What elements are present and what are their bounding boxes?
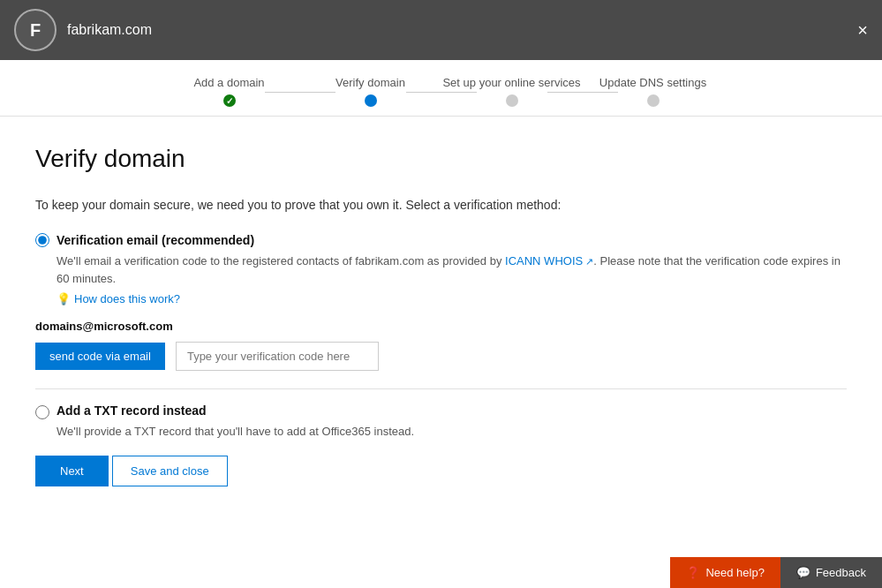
- footer-buttons: Next Save and close: [35, 456, 847, 486]
- step-verify-domain: Verify domain: [300, 76, 441, 107]
- step-dot-update-dns: [647, 94, 660, 107]
- radio-txt[interactable]: [35, 405, 49, 419]
- step-dot-verify-domain: [365, 94, 377, 107]
- need-help-button[interactable]: ❓ Need help?: [670, 557, 780, 588]
- option-email-title: Verification email (recommended): [57, 233, 254, 247]
- close-button[interactable]: ×: [857, 21, 868, 39]
- option-email-desc: We'll email a verification code to the r…: [57, 253, 847, 287]
- radio-email[interactable]: [35, 233, 49, 247]
- help-icon: ❓: [686, 566, 700, 579]
- email-address-label: domains@microsoft.com: [35, 320, 847, 333]
- stepper: Add a domain ✓ Verify domain Set up your…: [0, 60, 882, 117]
- icann-link[interactable]: ICANN WHOIS: [505, 254, 583, 268]
- send-code-row: send code via email: [35, 342, 847, 371]
- main-content: Verify domain To keep your domain secure…: [0, 117, 882, 504]
- step-label-add-domain: Add a domain: [193, 76, 264, 89]
- option-email-header: Verification email (recommended): [35, 233, 847, 247]
- step-update-dns: Update DNS settings: [583, 76, 724, 107]
- verification-code-input[interactable]: [176, 342, 379, 371]
- step-label-setup-services: Set up your online services: [442, 76, 580, 89]
- step-dot-add-domain: ✓: [223, 94, 236, 107]
- step-label-verify-domain: Verify domain: [335, 76, 405, 89]
- domain-name: fabrikam.com: [67, 22, 152, 38]
- bottom-bar: ❓ Need help? 💬 Feedback: [670, 557, 882, 588]
- page-title: Verify domain: [35, 145, 847, 173]
- txt-option-desc: We'll provide a TXT record that you'll h…: [57, 425, 847, 438]
- divider: [35, 388, 847, 389]
- verification-email-option: Verification email (recommended) We'll e…: [35, 233, 847, 305]
- step-dot-setup-services: [506, 94, 518, 107]
- feedback-icon: 💬: [796, 566, 810, 579]
- save-close-button[interactable]: Save and close: [112, 456, 228, 486]
- txt-option-title: Add a TXT record instead: [57, 403, 207, 418]
- header: F fabrikam.com ×: [0, 0, 882, 60]
- step-label-update-dns: Update DNS settings: [599, 76, 706, 89]
- avatar: F: [14, 9, 57, 51]
- send-code-button[interactable]: send code via email: [35, 343, 165, 370]
- step-setup-services: Set up your online services: [441, 76, 583, 107]
- how-it-works-link[interactable]: 💡 How does this work?: [57, 292, 847, 305]
- lightbulb-icon: 💡: [57, 292, 71, 305]
- page-description: To keep your domain secure, we need you …: [35, 198, 847, 212]
- next-button[interactable]: Next: [35, 456, 109, 486]
- txt-record-option: Add a TXT record instead: [35, 403, 847, 419]
- step-add-domain: Add a domain ✓: [159, 76, 300, 107]
- feedback-button[interactable]: 💬 Feedback: [780, 557, 882, 588]
